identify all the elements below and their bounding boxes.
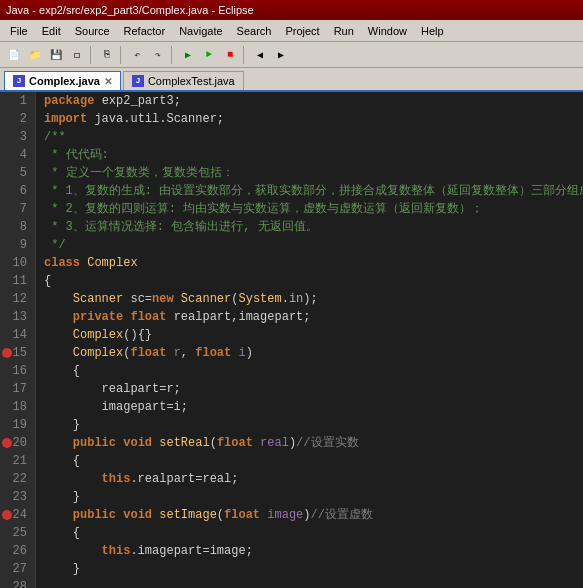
code-line-16: { (44, 362, 575, 380)
toolbar-new[interactable]: 📄 (4, 45, 24, 65)
line-6: 6 (4, 182, 31, 200)
code-area[interactable]: package exp2_part3; import java.util.Sca… (36, 92, 583, 588)
line-26: 26 (4, 542, 31, 560)
menu-help[interactable]: Help (415, 23, 450, 39)
menu-window[interactable]: Window (362, 23, 413, 39)
line-23: 23 (4, 488, 31, 506)
toolbar-prev[interactable]: ◀ (250, 45, 270, 65)
toolbar-sep1 (90, 46, 94, 64)
tab-label-complex: Complex.java (29, 75, 100, 87)
code-line-5: * 定义一个复数类，复数类包括： (44, 164, 575, 182)
tab-bar: J Complex.java ✕ J ComplexTest.java (0, 68, 583, 92)
line-18: 18 (4, 398, 31, 416)
line-11: 11 (4, 272, 31, 290)
code-line-1: package exp2_part3; (44, 92, 575, 110)
code-line-6: * 1、复数的生成: 由设置实数部分，获取实数部分，拼接合成复数整体（延回复数整… (44, 182, 575, 200)
toolbar-debug[interactable]: ► (199, 45, 219, 65)
code-line-7: * 2、复数的四则运算: 均由实数与实数运算，虚数与虚数运算（返回新复数）； (44, 200, 575, 218)
code-line-10: class Complex (44, 254, 575, 272)
line-17: 17 (4, 380, 31, 398)
code-line-25: { (44, 524, 575, 542)
editor: 1 2 3 4 5 6 7 8 9 10 11 12 13 14 15 16 1… (0, 92, 583, 588)
toolbar-next[interactable]: ▶ (271, 45, 291, 65)
toolbar-undo[interactable]: ↶ (127, 45, 147, 65)
code-line-13: private float realpart,imagepart; (44, 308, 575, 326)
menu-search[interactable]: Search (231, 23, 278, 39)
line-4: 4 (4, 146, 31, 164)
code-line-2: import java.util.Scanner; (44, 110, 575, 128)
toolbar-stop[interactable]: ■ (220, 45, 240, 65)
code-line-11: { (44, 272, 575, 290)
toolbar-sep3 (171, 46, 175, 64)
toolbar-sep4 (243, 46, 247, 64)
code-line-17: realpart=r; (44, 380, 575, 398)
line-7: 7 (4, 200, 31, 218)
line-9: 9 (4, 236, 31, 254)
line-1: 1 (4, 92, 31, 110)
code-line-3: /** (44, 128, 575, 146)
code-line-21: { (44, 452, 575, 470)
title-bar: Java - exp2/src/exp2_part3/Complex.java … (0, 0, 583, 20)
line-22: 22 (4, 470, 31, 488)
menu-edit[interactable]: Edit (36, 23, 67, 39)
line-13: 13 (4, 308, 31, 326)
tab-icon-complex: J (13, 75, 25, 87)
line-21: 21 (4, 452, 31, 470)
toolbar-save[interactable]: 💾 (46, 45, 66, 65)
code-line-27: } (44, 560, 575, 578)
code-line-19: } (44, 416, 575, 434)
code-line-8: * 3、运算情况选择: 包含输出进行, 无返回值。 (44, 218, 575, 236)
line-16: 16 (4, 362, 31, 380)
menu-project[interactable]: Project (279, 23, 325, 39)
tab-label-complextest: ComplexTest.java (148, 75, 235, 87)
code-line-20: public void setReal(float real)//设置实数 (44, 434, 575, 452)
code-line-23: } (44, 488, 575, 506)
code-line-9: */ (44, 236, 575, 254)
line-15: 15 (4, 344, 31, 362)
code-line-22: this.realpart=real; (44, 470, 575, 488)
line-28: 28 (4, 578, 31, 588)
code-line-15: Complex(float r, float i) (44, 344, 575, 362)
toolbar-run[interactable]: ▶ (178, 45, 198, 65)
line-3: 3 (4, 128, 31, 146)
line-25: 25 (4, 524, 31, 542)
line-10: 10 (4, 254, 31, 272)
code-line-18: imagepart=i; (44, 398, 575, 416)
code-line-12: Scanner sc=new Scanner(System.in); (44, 290, 575, 308)
tab-complex-java[interactable]: J Complex.java ✕ (4, 71, 121, 90)
code-line-26: this.imagepart=image; (44, 542, 575, 560)
line-12: 12 (4, 290, 31, 308)
line-24: 24 (4, 506, 31, 524)
code-line-4: * 代代码: (44, 146, 575, 164)
title-text: Java - exp2/src/exp2_part3/Complex.java … (6, 4, 254, 16)
line-numbers: 1 2 3 4 5 6 7 8 9 10 11 12 13 14 15 16 1… (0, 92, 36, 588)
line-8: 8 (4, 218, 31, 236)
code-line-28 (44, 578, 575, 588)
toolbar-save-all[interactable]: ◻ (67, 45, 87, 65)
toolbar-open[interactable]: 📁 (25, 45, 45, 65)
tab-close-complex[interactable]: ✕ (104, 76, 112, 87)
toolbar-redo[interactable]: ↷ (148, 45, 168, 65)
line-14: 14 (4, 326, 31, 344)
menu-refactor[interactable]: Refactor (118, 23, 172, 39)
line-19: 19 (4, 416, 31, 434)
toolbar-print[interactable]: ⎘ (97, 45, 117, 65)
line-5: 5 (4, 164, 31, 182)
code-line-14: Complex(){} (44, 326, 575, 344)
toolbar-sep2 (120, 46, 124, 64)
menu-run[interactable]: Run (328, 23, 360, 39)
tab-icon-complextest: J (132, 75, 144, 87)
code-line-24: public void setImage(float image)//设置虚数 (44, 506, 575, 524)
line-27: 27 (4, 560, 31, 578)
line-20: 20 (4, 434, 31, 452)
tab-complextest-java[interactable]: J ComplexTest.java (123, 71, 244, 90)
toolbar: 📄 📁 💾 ◻ ⎘ ↶ ↷ ▶ ► ■ ◀ ▶ (0, 42, 583, 68)
menu-file[interactable]: File (4, 23, 34, 39)
line-2: 2 (4, 110, 31, 128)
menu-bar: File Edit Source Refactor Navigate Searc… (0, 20, 583, 42)
menu-source[interactable]: Source (69, 23, 116, 39)
menu-navigate[interactable]: Navigate (173, 23, 228, 39)
